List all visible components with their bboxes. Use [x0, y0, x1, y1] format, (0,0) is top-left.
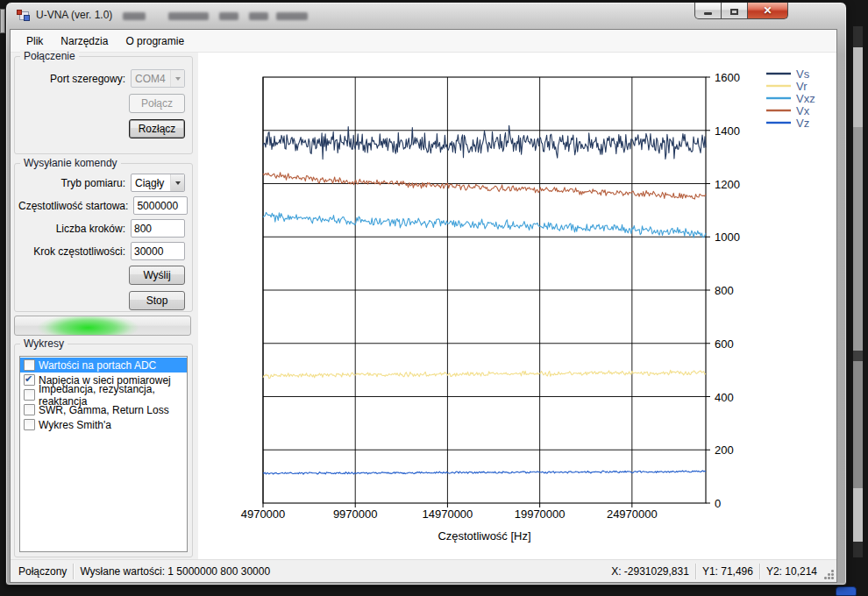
menu-bar: PlikNarzędziaO programie [11, 30, 836, 53]
charts-group-title: Wykresy [20, 337, 68, 350]
connection-group-title: Połączenie [20, 50, 79, 62]
close-icon: ✕ [763, 4, 772, 17]
titlebar-ghost-artifact [249, 12, 268, 20]
stop-button[interactable]: Stop [129, 291, 185, 310]
serial-port-value: COM4 [132, 73, 170, 85]
window-controls: ✕ [695, 3, 788, 19]
disconnect-button[interactable]: Rozłącz [129, 119, 185, 138]
step-count-label: Liczba kroków: [18, 223, 125, 235]
menu-item-o-programie[interactable]: O programie [117, 32, 193, 51]
y-tick-label: 0 [715, 497, 721, 510]
maximize-icon [730, 9, 738, 15]
frequency-step-label: Krok częstotliwości: [18, 245, 125, 258]
close-button[interactable]: ✕ [747, 3, 788, 19]
status-y2-coordinate: Y2: 10,214 [766, 565, 817, 578]
checkbox-unchecked-icon[interactable] [24, 389, 35, 401]
left-panel: Połączenie Port szeregowy: COM4 Połącz [11, 53, 198, 559]
chart-canvas[interactable]: 4970000997000014970000199700002497000002… [198, 53, 836, 559]
y-tick-label: 400 [715, 391, 734, 404]
series-Vz [263, 471, 706, 474]
y-tick-label: 1200 [715, 178, 740, 191]
checkbox-unchecked-icon[interactable] [24, 359, 35, 371]
x-axis-title: Częstotliwość [Hz] [438, 529, 530, 543]
status-bar: Połączony Wysłane wartości: 1 5000000 80… [11, 559, 836, 582]
menu-item-plik[interactable]: Plik [18, 32, 52, 51]
legend-label-Vx: Vx [796, 104, 810, 117]
command-group: Wysyłanie komendy Tryb pomiaru: Ciągły C… [14, 163, 193, 312]
series-Vx [263, 173, 706, 199]
frequency-step-input[interactable] [131, 242, 185, 260]
status-separator [759, 564, 760, 579]
series-Vr [263, 370, 706, 379]
serial-port-label: Port szeregowy: [18, 73, 125, 85]
title-bar[interactable]: U-VNA (ver. 1.0) ✕ [6, 3, 846, 29]
charts-group: Wykresy Wartości na portach ADCNapięcia … [14, 344, 193, 557]
chart-legend [766, 74, 791, 123]
chevron-down-icon [170, 70, 184, 87]
window-title: U-VNA (ver. 1.0) [36, 9, 112, 21]
x-tick-label: 14970000 [422, 507, 473, 521]
serial-port-combobox[interactable]: COM4 [131, 69, 185, 88]
y-tick-label: 1400 [715, 124, 740, 138]
connect-button[interactable]: Połącz [129, 94, 185, 113]
y-tick-label: 600 [715, 337, 734, 351]
maximize-button[interactable] [721, 3, 748, 19]
checkbox-checked-icon[interactable] [24, 374, 35, 386]
minimize-button[interactable] [694, 3, 722, 19]
status-separator [73, 564, 74, 579]
chart-list-item-label: Wykres Smith'a [39, 419, 111, 431]
charts-checked-listbox[interactable]: Wartości na portach ADCNapięcia w sieci … [19, 356, 188, 552]
measure-mode-value: Ciągły [132, 177, 170, 189]
y-tick-label: 200 [715, 443, 734, 457]
resize-grip[interactable] [823, 569, 835, 580]
progress-bar [14, 316, 191, 336]
taskbar-icon [836, 586, 857, 596]
send-button[interactable]: Wyślij [129, 266, 185, 285]
command-group-title: Wysyłanie komendy [20, 157, 121, 169]
checkbox-unchecked-icon[interactable] [24, 419, 35, 430]
chart-list-item[interactable]: Impedancja, rezystancja, reaktancja [20, 387, 187, 402]
chart-list-item[interactable]: Wykres Smith'a [20, 417, 187, 432]
screen: U-VNA (ver. 1.0) ✕ PlikNarzędziaO progra… [0, 0, 868, 596]
checkbox-unchecked-icon[interactable] [24, 404, 35, 415]
y-tick-label: 1600 [715, 71, 740, 84]
app-window: U-VNA (ver. 1.0) ✕ PlikNarzędziaO progra… [5, 2, 847, 585]
chart-region: 4970000997000014970000199700002497000002… [198, 53, 836, 559]
start-frequency-input[interactable] [133, 196, 188, 215]
status-y1-coordinate: Y1: 71,496 [702, 565, 753, 578]
status-connection: Połączony [18, 565, 67, 578]
legend-label-Vz: Vz [796, 117, 809, 130]
step-count-input[interactable] [131, 219, 185, 238]
client-area: PlikNarzędziaO programie Połączenie Port… [10, 29, 837, 583]
start-frequency-label: Częstotliwość startowa: [18, 200, 128, 212]
titlebar-ghost-artifact [123, 12, 146, 20]
titlebar-ghost-artifact [219, 12, 238, 20]
measure-mode-combobox[interactable]: Ciągły [131, 174, 185, 192]
titlebar-ghost-artifact [276, 12, 308, 20]
series-Vxz [263, 212, 706, 238]
titlebar-ghost-artifact [168, 12, 209, 20]
background-scrollbar [853, 26, 863, 557]
y-tick-label: 1000 [715, 231, 740, 244]
chart-list-item[interactable]: SWR, Gamma, Return Loss [20, 402, 187, 417]
x-tick-label: 19970000 [515, 507, 566, 521]
minimize-icon [704, 12, 712, 15]
y-tick-label: 800 [715, 284, 734, 297]
measure-mode-label: Tryb pomiaru: [18, 177, 125, 189]
legend-label-Vxz: Vxz [796, 92, 815, 105]
app-icon [17, 10, 31, 22]
chart-list-item-label: Wartości na portach ADC [39, 359, 156, 372]
legend-label-Vr: Vr [796, 80, 808, 93]
x-tick-label: 24970000 [607, 507, 658, 521]
progress-indicator [32, 316, 148, 336]
chevron-down-icon [170, 174, 184, 191]
menu-item-narz-dzia[interactable]: Narzędzia [52, 32, 117, 51]
chart-list-item[interactable]: Wartości na portach ADC [20, 358, 187, 372]
legend-label-Vs: Vs [796, 67, 810, 81]
chart-list-item-label: SWR, Gamma, Return Loss [39, 404, 169, 416]
status-x-coordinate: X: -2931029,831 [611, 565, 689, 578]
x-tick-label: 9970000 [333, 507, 378, 521]
status-separator [695, 564, 696, 579]
x-tick-label: 4970000 [241, 507, 286, 521]
connection-group: Połączenie Port szeregowy: COM4 Połącz [14, 56, 193, 154]
